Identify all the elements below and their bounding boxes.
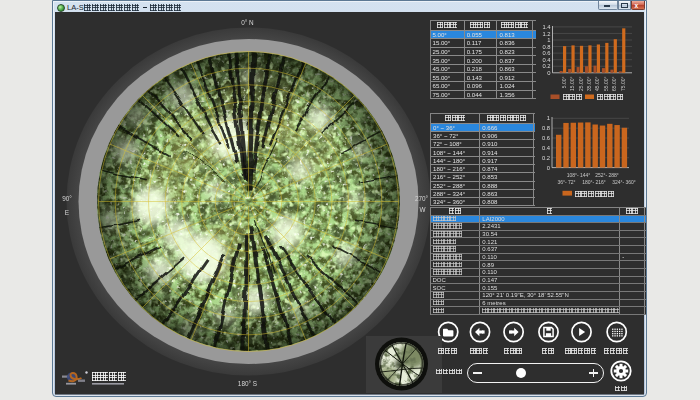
svg-text:270°: 270° [415, 195, 429, 202]
svg-text:45.00°: 45.00° [594, 77, 600, 92]
svg-text:75.00°: 75.00° [620, 77, 626, 92]
svg-text:0.4: 0.4 [542, 145, 551, 151]
svg-text:35.00°: 35.00° [586, 77, 592, 92]
svg-text:1: 1 [547, 115, 550, 121]
svg-text:65.00°: 65.00° [611, 77, 617, 92]
svg-text:180° S: 180° S [238, 380, 257, 387]
svg-text:0.8: 0.8 [542, 125, 550, 131]
svg-text:1.2: 1.2 [542, 31, 550, 37]
svg-text:252°- 288°: 252°- 288° [595, 172, 619, 178]
svg-text:15.00°: 15.00° [569, 77, 575, 92]
svg-text:0.2: 0.2 [542, 63, 550, 69]
svg-text:W: W [419, 206, 426, 213]
svg-text:90°: 90° [62, 195, 72, 202]
svg-text:0: 0 [547, 165, 550, 171]
svg-text:55.00°: 55.00° [603, 77, 609, 92]
svg-text:5.00°: 5.00° [561, 77, 567, 89]
svg-text:324°- 360°: 324°- 360° [612, 179, 636, 185]
svg-text:1: 1 [547, 37, 550, 43]
svg-text:0.2: 0.2 [542, 155, 550, 161]
svg-text:0: 0 [547, 70, 550, 76]
svg-text:180°- 216°: 180°- 216° [582, 179, 606, 185]
svg-text:36°- 72°: 36°- 72° [557, 179, 575, 185]
svg-text:0.6: 0.6 [542, 50, 550, 56]
svg-text:108°- 144°: 108°- 144° [567, 172, 591, 178]
svg-text:1.4: 1.4 [542, 24, 551, 30]
svg-text:0.4: 0.4 [542, 57, 551, 63]
svg-text:E: E [65, 209, 69, 216]
svg-text:0.6: 0.6 [542, 135, 550, 141]
svg-text:0.8: 0.8 [542, 44, 550, 50]
svg-text:0° N: 0° N [241, 19, 254, 26]
svg-text:25.00°: 25.00° [578, 77, 584, 92]
